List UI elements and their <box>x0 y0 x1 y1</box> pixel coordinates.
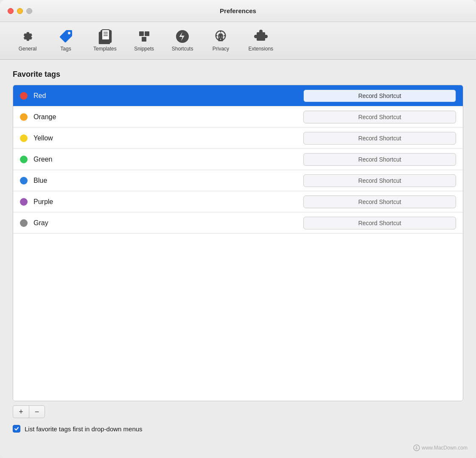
tag-name-gray: Gray <box>34 219 303 227</box>
window-title: Preferences <box>220 7 256 14</box>
toolbar-label-extensions: Extensions <box>248 46 273 52</box>
svg-point-16 <box>220 39 221 40</box>
tags-list: Red Record Shortcut Orange Record Shortc… <box>13 85 463 401</box>
record-shortcut-gray[interactable]: Record Shortcut <box>303 217 456 229</box>
tag-row-gray[interactable]: Gray Record Shortcut <box>13 212 463 234</box>
tag-icon <box>58 29 73 44</box>
toolbar-label-tags: Tags <box>60 46 71 52</box>
preferences-window: Preferences General Tags <box>0 0 476 458</box>
tag-dot-red <box>20 92 28 100</box>
privacy-icon <box>213 29 228 44</box>
tag-row-purple[interactable]: Purple Record Shortcut <box>13 191 463 212</box>
gear-icon <box>20 29 35 44</box>
tag-dot-yellow <box>20 134 28 142</box>
tag-row-red[interactable]: Red Record Shortcut <box>13 85 463 106</box>
checkbox-row: List favorite tags first in drop-down me… <box>13 425 463 433</box>
maximize-button <box>26 8 32 14</box>
toolbar-label-snippets: Snippets <box>134 46 154 52</box>
section-title: Favorite tags <box>13 70 463 79</box>
tag-row-yellow[interactable]: Yellow Record Shortcut <box>13 128 463 149</box>
tag-dot-blue <box>20 177 28 184</box>
record-shortcut-blue[interactable]: Record Shortcut <box>303 174 456 187</box>
toolbar-label-templates: Templates <box>93 46 117 52</box>
toolbar-item-privacy[interactable]: Privacy <box>206 26 235 54</box>
watermark-text: www.MacDown.com <box>422 445 468 451</box>
tag-dot-orange <box>20 113 28 121</box>
checkbox-label: List favorite tags first in drop-down me… <box>25 425 143 433</box>
toolbar-item-extensions[interactable]: Extensions <box>244 26 277 54</box>
tag-name-yellow: Yellow <box>34 134 303 142</box>
toolbar-label-general: General <box>19 46 37 52</box>
tag-row-orange[interactable]: Orange Record Shortcut <box>13 106 463 128</box>
add-tag-button[interactable]: + <box>13 405 29 418</box>
minimize-button[interactable] <box>17 8 23 14</box>
snippets-icon <box>137 29 152 44</box>
tag-row-green[interactable]: Green Record Shortcut <box>13 149 463 170</box>
watermark: www.MacDown.com <box>413 444 468 451</box>
tag-row-blue[interactable]: Blue Record Shortcut <box>13 170 463 191</box>
close-button[interactable] <box>8 8 14 14</box>
title-bar: Preferences <box>0 0 476 22</box>
record-shortcut-green[interactable]: Record Shortcut <box>303 153 456 166</box>
traffic-lights <box>8 8 32 14</box>
svg-point-10 <box>219 34 223 37</box>
svg-rect-7 <box>145 31 149 36</box>
tag-name-green: Green <box>34 156 303 163</box>
toolbar-item-shortcuts[interactable]: Shortcuts <box>168 26 198 54</box>
toolbar-item-templates[interactable]: Templates <box>89 26 121 54</box>
bottom-controls: + − List favorite tags first in drop-dow… <box>13 405 463 433</box>
tag-name-purple: Purple <box>34 198 303 206</box>
record-shortcut-purple[interactable]: Record Shortcut <box>303 195 456 208</box>
svg-rect-8 <box>142 37 146 42</box>
tag-dot-green <box>20 156 28 163</box>
svg-rect-2 <box>102 30 109 40</box>
toolbar-item-general[interactable]: General <box>13 26 42 54</box>
templates-icon <box>97 29 112 44</box>
empty-list-area <box>13 234 463 401</box>
extensions-icon <box>253 29 269 44</box>
toolbar-item-snippets[interactable]: Snippets <box>129 26 159 54</box>
footer: www.MacDown.com <box>0 441 476 458</box>
tag-dot-purple <box>20 198 28 206</box>
tag-name-blue: Blue <box>34 177 303 184</box>
remove-tag-button[interactable]: − <box>29 405 45 418</box>
shortcuts-icon <box>175 29 190 44</box>
add-remove-buttons: + − <box>13 405 463 418</box>
toolbar: General Tags Te <box>0 22 476 60</box>
favorite-tags-checkbox[interactable] <box>13 425 20 433</box>
svg-rect-6 <box>139 31 144 36</box>
tag-dot-gray <box>20 219 28 227</box>
toolbar-label-privacy: Privacy <box>213 46 229 52</box>
record-shortcut-orange[interactable]: Record Shortcut <box>303 111 456 123</box>
content-area: Favorite tags Red Record Shortcut Orange… <box>0 60 476 441</box>
watermark-icon <box>413 444 420 451</box>
tag-name-red: Red <box>34 92 303 100</box>
tag-name-orange: Orange <box>34 113 303 121</box>
toolbar-item-tags[interactable]: Tags <box>51 26 81 54</box>
record-shortcut-yellow[interactable]: Record Shortcut <box>303 132 456 145</box>
record-shortcut-red[interactable]: Record Shortcut <box>303 89 456 102</box>
toolbar-label-shortcuts: Shortcuts <box>172 46 193 52</box>
